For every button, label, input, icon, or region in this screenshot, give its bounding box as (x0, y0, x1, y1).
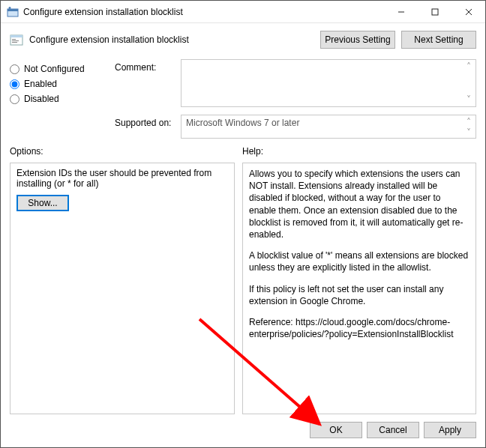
titlebar[interactable]: Configure extension installation blockli… (1, 1, 485, 23)
panels: Extension IDs the user should be prevent… (1, 160, 485, 414)
svg-rect-8 (10, 35, 22, 37)
minimize-button[interactable] (384, 1, 418, 22)
radio-enabled-input[interactable] (10, 79, 20, 89)
policy-heading: Configure extension installation blockli… (29, 34, 189, 45)
help-paragraph-1: Allows you to specify which extensions t… (249, 168, 470, 240)
radio-enabled-label: Enabled (24, 79, 57, 89)
cancel-button[interactable]: Cancel (367, 422, 419, 438)
radio-disabled-input[interactable] (10, 94, 20, 104)
supported-on-label: Supported on: (115, 115, 175, 139)
toolbar: Configure extension installation blockli… (1, 23, 485, 56)
help-paragraph-4: Reference: https://cloud.google.com/docs… (249, 316, 470, 340)
help-label: Help: (242, 146, 263, 157)
options-description: Extension IDs the user should be prevent… (16, 168, 228, 189)
supported-on-field: Microsoft Windows 7 or later ˄˅ (181, 115, 476, 139)
radio-disabled[interactable]: Disabled (10, 94, 107, 104)
svg-rect-9 (12, 39, 16, 40)
scroll-hint[interactable]: ˄˅ (464, 61, 474, 105)
help-panel: Allows you to specify which extensions t… (242, 163, 476, 414)
section-labels: Options: Help: (1, 145, 485, 160)
radio-not-configured-label: Not Configured (24, 64, 85, 74)
scroll-hint[interactable]: ˄˅ (464, 117, 474, 136)
policy-icon (10, 33, 23, 46)
options-panel: Extension IDs the user should be prevent… (10, 163, 235, 414)
radio-not-configured[interactable]: Not Configured (10, 64, 107, 74)
svg-point-2 (9, 7, 11, 9)
comment-input[interactable]: ˄˅ (181, 59, 476, 107)
window-title: Configure extension installation blockli… (23, 7, 384, 17)
dialog-window: Configure extension installation blockli… (0, 0, 486, 448)
svg-rect-1 (8, 9, 18, 11)
ok-button[interactable]: OK (310, 422, 362, 438)
help-paragraph-2: A blocklist value of '*' means all exten… (249, 249, 470, 273)
options-label: Options: (10, 146, 242, 157)
radio-not-configured-input[interactable] (10, 64, 20, 74)
app-icon (7, 6, 19, 18)
comment-label: Comment: (115, 59, 175, 107)
apply-button[interactable]: Apply (424, 422, 476, 438)
supported-on-value: Microsoft Windows 7 or later (186, 118, 299, 128)
svg-rect-11 (12, 42, 17, 43)
radio-enabled[interactable]: Enabled (10, 79, 107, 89)
svg-rect-10 (12, 40, 19, 41)
help-paragraph-3: If this policy is left not set the user … (249, 283, 470, 307)
radio-disabled-label: Disabled (24, 94, 59, 104)
state-radio-group: Not Configured Enabled Disabled (10, 56, 107, 139)
svg-rect-4 (432, 9, 438, 15)
next-setting-button[interactable]: Next Setting (401, 31, 476, 49)
maximize-button[interactable] (418, 1, 452, 22)
window-controls (384, 1, 485, 22)
dialog-buttons: OK Cancel Apply (1, 414, 485, 447)
close-button[interactable] (452, 1, 485, 22)
show-button[interactable]: Show... (16, 195, 69, 211)
configuration-area: Not Configured Enabled Disabled Comment:… (1, 56, 485, 145)
help-body: Allows you to specify which extensions t… (249, 168, 470, 340)
previous-setting-button[interactable]: Previous Setting (320, 31, 395, 49)
